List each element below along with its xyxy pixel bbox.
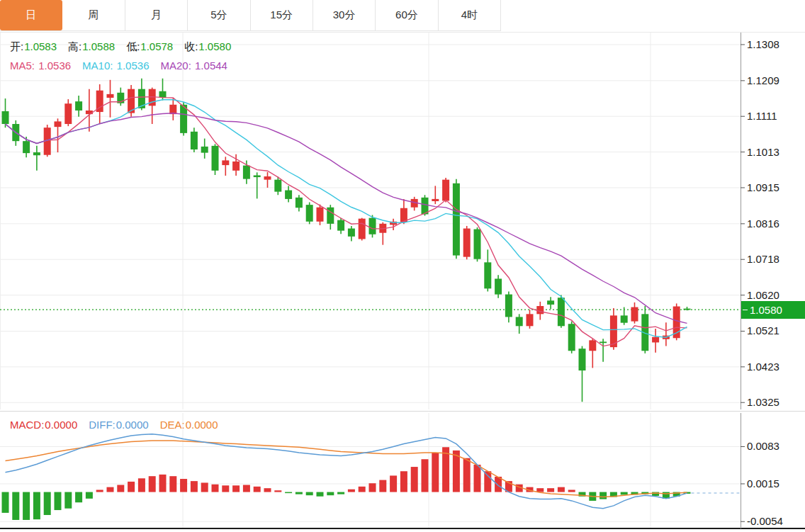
ma10-line: [6, 100, 687, 338]
macd-bar: [317, 492, 324, 497]
macd-label: MACD:: [10, 419, 44, 431]
candle-body: [432, 199, 439, 201]
diff-label: DIFF:: [89, 419, 116, 431]
price-axis-label: 1.0423: [747, 361, 779, 373]
ma10-value: 1.0536: [117, 60, 150, 72]
timeframe-tabbar: 日周月5分15分30分60分4时: [0, 0, 501, 31]
candle-body: [652, 337, 659, 343]
diff-line: [6, 434, 687, 509]
candle-body: [599, 341, 607, 343]
candle-body: [2, 111, 9, 124]
tab-日[interactable]: 日: [0, 0, 62, 30]
current-price-value: 1.0580: [750, 304, 782, 316]
macd-bar: [295, 492, 303, 494]
macd-bar: [128, 482, 135, 492]
macd-bar: [359, 487, 366, 492]
macd-bar: [201, 482, 208, 492]
macd-bar: [44, 492, 51, 515]
open-value: 1.0583: [24, 40, 57, 52]
tab-月[interactable]: 月: [125, 0, 188, 30]
macd-bar: [463, 458, 471, 492]
candle-body: [317, 208, 324, 222]
macd-bar: [180, 479, 187, 492]
macd-bar: [232, 485, 240, 492]
price-axis-label: 1.0718: [747, 253, 779, 265]
candle-body: [285, 191, 292, 199]
macd-bar: [369, 483, 376, 492]
candle-body: [536, 306, 544, 314]
macd-bar: [599, 492, 607, 499]
candle-body: [222, 160, 229, 165]
macd-bar: [547, 488, 554, 492]
macd-bar: [138, 478, 145, 492]
candle-body: [295, 198, 303, 208]
tab-5分[interactable]: 5分: [188, 0, 250, 30]
candle-body: [463, 229, 471, 257]
macd-bar: [55, 492, 62, 510]
macd-bar: [243, 485, 250, 492]
price-axis-label: 1.1308: [747, 38, 779, 50]
macd-bar: [33, 492, 40, 520]
macd-bar: [306, 492, 313, 496]
macd-bar: [568, 489, 575, 492]
open-label: 开:: [10, 40, 23, 52]
chart-canvas[interactable]: 1.13081.12091.11111.10131.09151.08161.07…: [0, 0, 805, 532]
candle-body: [495, 278, 502, 294]
candle-body: [191, 132, 198, 149]
tab-30分[interactable]: 30分: [313, 0, 376, 30]
macd-legend: MACD:0.0000DIFF:0.0000DEA:0.0000: [10, 419, 230, 431]
tab-60分[interactable]: 60分: [376, 0, 438, 30]
ma20-value: 1.0544: [195, 60, 227, 72]
macd-bar: [337, 492, 344, 494]
tab-周[interactable]: 周: [62, 0, 125, 30]
ma5-label: MA5:: [10, 60, 38, 72]
tab-15分[interactable]: 15分: [251, 0, 313, 30]
macd-bar: [422, 459, 429, 492]
macd-axis-label: -0.0054: [747, 515, 783, 527]
tab-4时[interactable]: 4时: [439, 0, 501, 30]
trading-chart-app: 日周月5分15分30分60分4时 1.13081.12091.11111.101…: [0, 0, 805, 532]
macd-bar: [117, 485, 124, 492]
candle-body: [243, 166, 250, 179]
macd-bar: [274, 490, 281, 492]
macd-bar: [212, 485, 219, 492]
low-value: 1.0578: [140, 40, 173, 52]
candle-body: [369, 218, 376, 234]
price-axis-label: 1.0325: [747, 396, 779, 408]
diff-value: 0.0000: [116, 419, 149, 431]
current-price-badge: 1.0580: [741, 301, 805, 319]
ma20-line: [6, 113, 687, 324]
candle-body: [159, 91, 167, 98]
ma5-value: 1.0536: [38, 60, 71, 72]
macd-bar: [149, 476, 156, 492]
price-badge-tick: [743, 310, 748, 310]
candle-body: [264, 176, 271, 180]
macd-bar: [64, 492, 72, 509]
macd-bar: [2, 492, 9, 513]
candle-body: [631, 307, 638, 322]
macd-bar: [169, 476, 176, 492]
candle-body: [212, 146, 219, 171]
price-axis-label: 1.1013: [747, 146, 779, 158]
macd-bar: [621, 492, 628, 495]
candle-body: [201, 147, 208, 153]
candle-body: [589, 340, 596, 351]
candle-body: [55, 121, 62, 127]
ma10-label: MA10:: [82, 60, 116, 72]
candle-body: [558, 298, 565, 326]
candle-body: [33, 152, 40, 155]
candle-body: [453, 183, 460, 256]
macd-bar: [558, 487, 565, 492]
ma5-line: [6, 97, 687, 346]
close-value: 1.0580: [198, 40, 231, 52]
candle-body: [337, 220, 344, 231]
macd-bar: [390, 475, 397, 492]
candle-body: [232, 162, 240, 171]
ohlc-legend: 开:1.0583高:1.0588低:1.0578收:1.0580: [10, 40, 242, 54]
candle-body: [75, 101, 82, 111]
macd-bar: [107, 487, 114, 492]
macd-bar: [222, 485, 229, 492]
macd-bar: [12, 492, 19, 520]
candle-body: [516, 317, 523, 326]
candle-body: [474, 230, 481, 259]
